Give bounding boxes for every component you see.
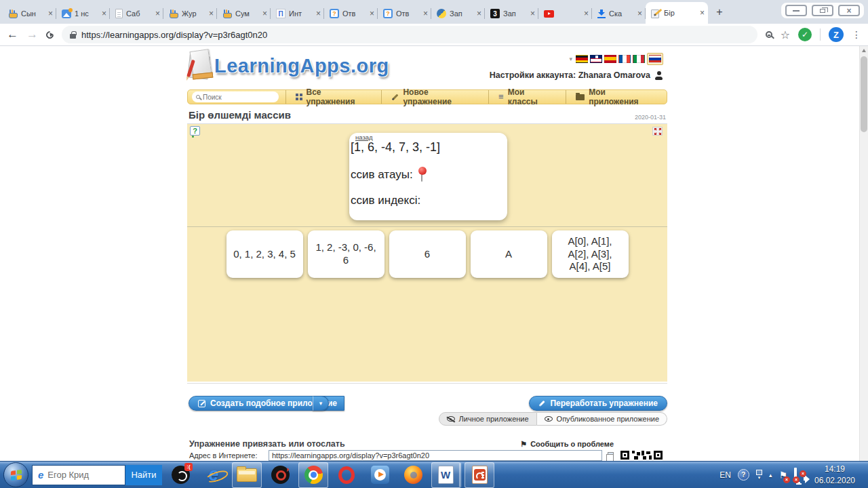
- flag-de-icon[interactable]: [576, 55, 588, 63]
- tab-9[interactable]: Зап×: [431, 3, 485, 24]
- extension-check-icon[interactable]: ✓: [798, 28, 812, 41]
- taskbar-search-button[interactable]: Найти: [125, 465, 162, 485]
- nav-my-apps[interactable]: Мои приложения: [566, 90, 667, 104]
- tab-active[interactable]: Бір×: [646, 2, 708, 24]
- answer-card[interactable]: 6: [389, 230, 466, 278]
- tab-12[interactable]: Ска×: [592, 3, 646, 24]
- account-settings[interactable]: Настройки аккаунта: Zhanara Omarova: [490, 70, 663, 80]
- help-icon[interactable]: ?: [190, 126, 200, 136]
- tab-6[interactable]: ПИнт×: [271, 3, 324, 24]
- pin-icon[interactable]: [418, 167, 427, 183]
- firefox-taskbar-icon[interactable]: [398, 462, 428, 488]
- zoom-out-icon[interactable]: [766, 31, 772, 38]
- divider: [187, 226, 667, 227]
- bookmark-star-icon[interactable]: ☆: [781, 28, 790, 41]
- url-field[interactable]: https://learningapps.org/display?v=p3r6a…: [62, 26, 757, 43]
- profile-avatar[interactable]: Z: [829, 27, 844, 42]
- tab-close-icon[interactable]: ×: [262, 10, 267, 17]
- tab-1[interactable]: Сын×: [3, 3, 56, 24]
- start-button[interactable]: [3, 462, 28, 487]
- opera-taskbar-icon[interactable]: [332, 462, 361, 488]
- answer-card[interactable]: 1, 2, -3, 0, -6, 6: [308, 230, 384, 278]
- explorer-taskbar-button[interactable]: [232, 462, 262, 488]
- private-app-toggle[interactable]: Личное приложение: [439, 412, 537, 426]
- answer-card[interactable]: A[0], A[1], A[2], A[3], A[4], A[5]: [552, 230, 629, 278]
- tab-title: Инт: [289, 9, 313, 18]
- powerpoint-taskbar-button[interactable]: [465, 462, 494, 488]
- weblink-input[interactable]: [269, 450, 602, 461]
- scrollbar-up-arrow[interactable]: [860, 46, 868, 55]
- systemcare-taskbar-icon[interactable]: :(: [165, 462, 195, 488]
- tab-close-icon[interactable]: ×: [700, 9, 705, 16]
- new-tab-button[interactable]: +: [711, 3, 728, 21]
- uninstaller-taskbar-icon[interactable]: [265, 462, 295, 488]
- search-input[interactable]: [203, 94, 275, 101]
- url-text[interactable]: https://learningapps.org/display?v=p3r6a…: [81, 30, 267, 40]
- tab-title: Зап: [450, 9, 473, 18]
- tab-7[interactable]: ?Отв×: [324, 3, 378, 24]
- word-taskbar-button[interactable]: W: [431, 462, 461, 488]
- flag-gb-icon[interactable]: [590, 55, 602, 63]
- copy-icon[interactable]: [608, 452, 614, 460]
- tab-close-icon[interactable]: ×: [530, 10, 535, 17]
- tab-4[interactable]: Жур×: [163, 3, 217, 24]
- tab-close-icon[interactable]: ×: [584, 10, 589, 17]
- language-switcher: ▾: [569, 53, 663, 65]
- tab-5[interactable]: Сум×: [217, 3, 271, 24]
- tab-close-icon[interactable]: ×: [477, 10, 481, 17]
- nav-my-classes[interactable]: ≡ Мои классы: [488, 90, 566, 104]
- flag-ru-selected[interactable]: [647, 53, 663, 65]
- desktop-tray-icon[interactable]: ▾: [756, 470, 762, 480]
- flag-it-icon[interactable]: [633, 55, 645, 63]
- tab-10[interactable]: 3Зап×: [485, 3, 538, 24]
- restore-button[interactable]: [812, 5, 833, 16]
- lock-icon[interactable]: [70, 34, 76, 39]
- answer-card[interactable]: 0, 1, 2, 3, 4, 5: [226, 230, 303, 278]
- tab-close-icon[interactable]: ×: [48, 10, 53, 17]
- tab-close-icon[interactable]: ×: [370, 10, 374, 17]
- taskbar-search-field[interactable]: e Егор Крид: [32, 465, 125, 485]
- internet-explorer-taskbar-icon[interactable]: e: [199, 462, 229, 488]
- action-center-icon[interactable]: ⚑×: [778, 469, 787, 481]
- report-problem-link[interactable]: ⚑ Сообщить о проблеме: [520, 440, 614, 449]
- rework-button[interactable]: Переработать упражнение: [529, 396, 667, 411]
- tab-close-icon[interactable]: ×: [423, 10, 428, 17]
- chevron-down-icon[interactable]: ▾: [569, 56, 572, 62]
- close-button[interactable]: ×: [838, 5, 860, 16]
- menu-dots-icon[interactable]: ⋮: [852, 29, 861, 40]
- tab-11[interactable]: ×: [538, 3, 592, 24]
- chrome-taskbar-button[interactable]: [298, 462, 328, 488]
- nav-new-exercise[interactable]: Новое упражнение: [381, 90, 488, 104]
- tab-3[interactable]: Саб×: [110, 3, 163, 24]
- published-app-toggle[interactable]: Опубликованное приложение: [537, 412, 667, 426]
- flag-fr-icon[interactable]: [618, 55, 631, 63]
- tab-close-icon[interactable]: ×: [155, 10, 160, 17]
- tab-close-icon[interactable]: ×: [637, 10, 642, 17]
- tab-close-icon[interactable]: ×: [102, 10, 106, 17]
- network-icon[interactable]: ×: [794, 469, 797, 481]
- tab-close-icon[interactable]: ×: [316, 10, 321, 17]
- tab-8[interactable]: ?Отв×: [378, 3, 431, 24]
- site-logo[interactable]: LearningApps.org: [214, 55, 389, 77]
- taskbar-search-text[interactable]: Егор Крид: [47, 470, 89, 480]
- media-player-taskbar-icon[interactable]: [365, 462, 395, 488]
- tab-2[interactable]: 1 нс×: [56, 3, 110, 24]
- clock[interactable]: 14:19 06.02.2020: [810, 464, 859, 485]
- nav-all-exercises[interactable]: Все упражнения: [285, 90, 382, 104]
- create-similar-dropdown[interactable]: ▾: [313, 396, 329, 411]
- reload-button[interactable]: [45, 29, 56, 40]
- tab-close-icon[interactable]: ×: [209, 10, 214, 17]
- site-search[interactable]: [192, 92, 279, 102]
- flag-es-icon[interactable]: [604, 55, 616, 63]
- learningapps-logo-icon[interactable]: [187, 50, 216, 87]
- minimize-button[interactable]: [785, 5, 807, 16]
- answer-card[interactable]: A: [471, 230, 547, 278]
- help-tray-icon[interactable]: ?: [738, 469, 749, 481]
- scrollbar-thumb[interactable]: [861, 56, 867, 132]
- back-button[interactable]: ←: [7, 28, 18, 41]
- language-indicator[interactable]: EN: [719, 470, 731, 480]
- forward-button[interactable]: →: [26, 28, 38, 41]
- show-hidden-icons[interactable]: ▴: [769, 472, 772, 479]
- fullscreen-icon[interactable]: [652, 127, 663, 136]
- scrollbar[interactable]: [859, 46, 868, 461]
